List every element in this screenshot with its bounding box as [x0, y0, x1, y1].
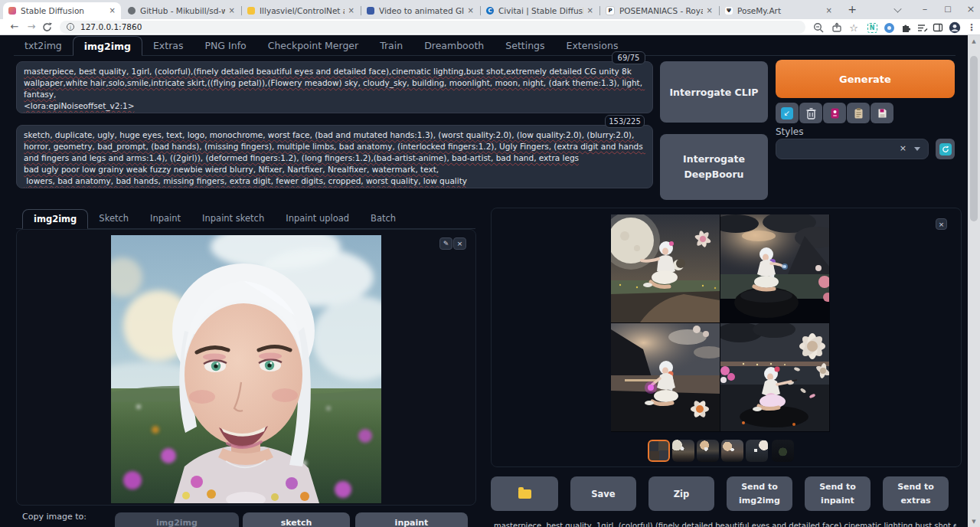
tab-search-chevron-icon[interactable] — [894, 5, 901, 12]
folder-icon — [518, 489, 531, 499]
refresh-icon — [939, 143, 952, 155]
new-tab-button[interactable]: + — [845, 3, 859, 17]
copy-to-sketch-button[interactable]: sketch — [243, 512, 350, 527]
edit-image-button[interactable]: ✎ — [439, 237, 452, 250]
styles-dropdown[interactable]: × — [776, 139, 929, 159]
scrollbar-down-icon[interactable]: ▼ — [968, 516, 980, 527]
tab-close-icon[interactable]: × — [587, 7, 593, 15]
extension-blue-circle-icon[interactable] — [882, 21, 896, 34]
copy-to-inpaint-button[interactable]: inpaint — [355, 512, 468, 527]
tab-github[interactable]: GitHub - Mikubill/sd-webui-con × — [122, 2, 240, 19]
tab-title: Civitai | Stable Diffusion model — [498, 6, 583, 15]
trash-icon — [805, 107, 817, 119]
tab-checkpoint-merger[interactable]: Checkpoint Merger — [257, 36, 369, 55]
extension-n-icon[interactable]: N — [865, 21, 879, 34]
clipboard-icon — [853, 107, 864, 119]
send-to-img2img-button[interactable]: Send to img2img — [727, 476, 792, 511]
send-to-extras-button[interactable]: Send to extras — [883, 476, 949, 511]
tab-train[interactable]: Train — [369, 36, 413, 55]
tab-txt2img[interactable]: txt2img — [14, 36, 73, 55]
tab-close-icon[interactable]: × — [707, 7, 713, 15]
share-icon[interactable] — [830, 21, 844, 34]
back-button[interactable]: ← — [8, 20, 21, 34]
tab-posemaniacs[interactable]: P POSEMANIACS - Royalty free 3 × — [600, 2, 718, 19]
styles-label: Styles — [776, 126, 803, 137]
prompt-input[interactable]: masterpiece, best quality, 1girl, (color… — [16, 61, 653, 113]
tab-png-info[interactable]: PNG Info — [194, 36, 256, 55]
negative-prompt-input[interactable]: sketch, duplicate, ugly, huge eyes, text… — [16, 125, 653, 188]
tab-posemyart[interactable]: Ψ PoseMy.Art × — [720, 2, 838, 19]
styles-clear-icon[interactable]: × — [900, 143, 906, 153]
subtab-sketch[interactable]: Sketch — [88, 209, 139, 228]
scrollbar-thumb[interactable] — [970, 56, 978, 221]
stable-diffusion-favicon — [8, 7, 16, 15]
browser-menu-icon[interactable]: ⋮ — [965, 21, 978, 34]
profile-avatar[interactable] — [948, 21, 962, 34]
reload-button[interactable] — [41, 21, 53, 36]
gallery-thumbnail-1[interactable] — [672, 440, 694, 462]
subtab-inpaint-sketch[interactable]: Inpaint sketch — [191, 209, 275, 228]
extra-networks-button[interactable] — [823, 103, 846, 123]
save-style-button[interactable] — [871, 103, 893, 123]
address-bar[interactable]: i 127.0.0.1:7860 — [60, 21, 805, 34]
subtab-img2img[interactable]: img2img — [22, 209, 88, 229]
save-button[interactable]: Save — [570, 476, 636, 511]
copy-to-img2img-button[interactable]: img2img — [115, 512, 239, 527]
source-image-portrait[interactable] — [111, 235, 381, 503]
interrogate-deepbooru-button[interactable]: Interrogate DeepBooru — [660, 134, 768, 200]
gallery-thumbnail-4[interactable] — [746, 440, 768, 462]
chevron-down-icon[interactable] — [914, 147, 920, 151]
tab-dreambooth[interactable]: Dreambooth — [413, 36, 495, 55]
gallery-image-4 — [720, 323, 829, 431]
tab-settings[interactable]: Settings — [495, 36, 555, 55]
subtab-inpaint-upload[interactable]: Inpaint upload — [275, 209, 360, 228]
tab-close-icon[interactable]: × — [826, 7, 832, 15]
tab-controlnet[interactable]: Illyasviel/ControlNet at main × — [242, 2, 360, 19]
subtab-inpaint[interactable]: Inpaint — [139, 209, 191, 228]
tab-close-icon[interactable]: × — [109, 7, 116, 15]
tab-close-icon[interactable]: × — [348, 7, 354, 15]
bookmark-star-icon[interactable]: ☆ — [847, 21, 861, 34]
window-close-button[interactable]: × — [962, 2, 980, 16]
send-to-inpaint-button[interactable]: Send to inpaint — [805, 476, 871, 511]
main-nav-tabs: txt2img img2img Extras PNG Info Checkpoi… — [14, 36, 956, 56]
portrait-illustration — [111, 235, 381, 503]
gallery-selected-image-grid[interactable] — [611, 214, 830, 432]
window-minimize-button[interactable]: – — [916, 2, 934, 16]
clear-prompt-button[interactable] — [799, 103, 822, 123]
scrollbar-up-icon[interactable]: ▲ — [968, 36, 980, 47]
apply-style-button[interactable] — [847, 103, 870, 123]
interrogate-clip-button[interactable]: Interrogate CLIP — [660, 61, 768, 123]
extensions-puzzle-icon[interactable] — [899, 21, 913, 34]
tab-close-icon[interactable]: × — [468, 7, 474, 15]
window-maximize-button[interactable]: □ — [939, 2, 957, 16]
refresh-styles-button[interactable] — [936, 139, 955, 159]
gallery-thumbnail-grid[interactable] — [648, 440, 670, 462]
forward-button[interactable]: → — [24, 20, 38, 34]
generate-button[interactable]: Generate — [776, 60, 955, 98]
gallery-thumbnail-2[interactable] — [697, 440, 719, 462]
subtab-batch[interactable]: Batch — [360, 209, 407, 228]
side-panel-icon[interactable] — [931, 21, 945, 34]
open-folder-button[interactable] — [491, 476, 558, 511]
tab-title: Stable Diffusion — [21, 6, 106, 15]
tab-civitai[interactable]: C Civitai | Stable Diffusion model × — [481, 2, 599, 19]
reading-list-icon[interactable] — [916, 21, 929, 34]
floppy-disk-icon — [877, 107, 888, 119]
flower — [799, 333, 825, 359]
tab-extras[interactable]: Extras — [142, 36, 194, 55]
posemaniacs-favicon: P — [606, 6, 615, 15]
gallery-thumbnail-3[interactable] — [721, 440, 743, 462]
zip-button[interactable]: Zip — [648, 476, 714, 511]
gallery-thumbnail-5[interactable] — [772, 440, 794, 462]
site-info-icon[interactable]: i — [67, 23, 74, 31]
tab-close-icon[interactable]: × — [229, 7, 235, 15]
gallery-image-3 — [611, 323, 720, 431]
tab-gif-converter[interactable]: Video to animated GIF converter × — [361, 2, 479, 19]
tab-stable-diffusion[interactable]: Stable Diffusion × — [3, 2, 121, 19]
zoom-icon[interactable] — [812, 21, 825, 34]
gallery-close-button[interactable]: × — [936, 218, 947, 230]
tab-img2img[interactable]: img2img — [73, 36, 142, 56]
paste-parameters-button[interactable]: ↙ — [776, 103, 799, 123]
remove-image-button[interactable]: × — [453, 237, 466, 250]
